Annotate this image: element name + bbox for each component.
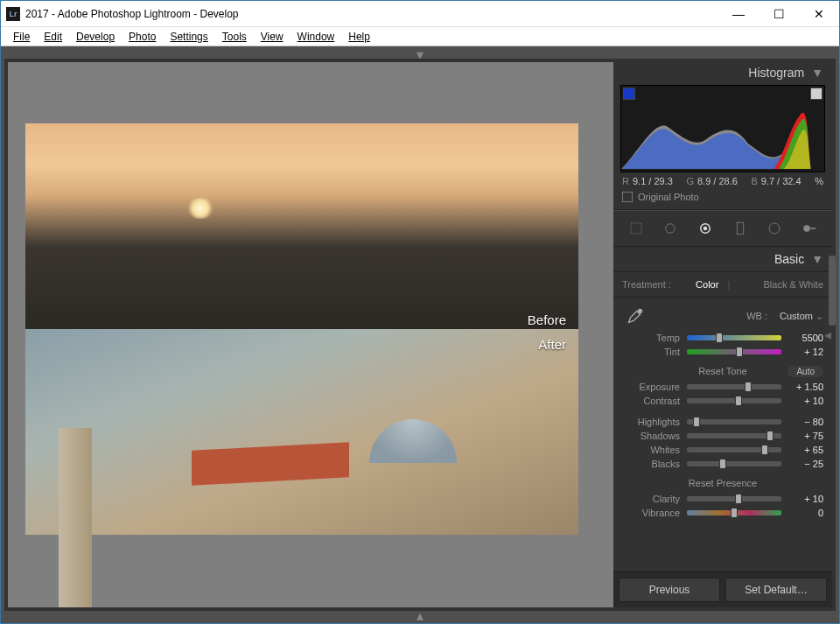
histogram-graph	[621, 102, 824, 169]
clarity-slider[interactable]: Clarity + 10	[613, 492, 832, 506]
roof	[192, 442, 349, 485]
shadow-clip-indicator[interactable]	[623, 88, 635, 100]
svg-point-1	[666, 224, 676, 234]
svg-point-6	[803, 225, 810, 232]
highlight-clip-indicator[interactable]	[810, 88, 822, 100]
develop-panel: Histogram ▼ R9.1 / 29.3 G	[613, 62, 832, 607]
minimize-button[interactable]: —	[718, 1, 759, 27]
building	[59, 428, 92, 607]
menu-edit[interactable]: Edit	[37, 29, 69, 45]
svg-rect-0	[631, 223, 641, 234]
wb-label: WB :	[746, 311, 767, 321]
histogram[interactable]	[620, 85, 825, 172]
histogram-header[interactable]: Histogram ▼	[613, 62, 832, 83]
blacks-slider[interactable]: Blacks − 25	[613, 457, 832, 471]
eyedropper-icon[interactable]	[622, 303, 648, 329]
right-panel-toggle[interactable]: ◂	[823, 59, 832, 611]
window-title: 2017 - Adobe Photoshop Lightroom - Devel…	[25, 8, 718, 20]
svg-point-5	[769, 223, 780, 234]
crop-tool[interactable]	[623, 218, 649, 239]
tool-strip	[613, 210, 832, 247]
titlebar[interactable]: Lr 2017 - Adobe Photoshop Lightroom - De…	[1, 1, 839, 27]
radial-filter-tool[interactable]	[761, 218, 788, 239]
treatment-color[interactable]: Color	[696, 279, 718, 290]
vibrance-slider[interactable]: Vibrance 0	[613, 506, 832, 520]
shadows-slider[interactable]: Shadows + 75	[613, 429, 832, 443]
auto-button[interactable]: Auto	[788, 366, 823, 377]
maximize-button[interactable]: ☐	[759, 1, 799, 27]
menu-view[interactable]: View	[254, 29, 290, 45]
treatment-label: Treatment :	[622, 279, 671, 290]
menu-file[interactable]: File	[6, 29, 37, 45]
svg-point-8	[638, 309, 643, 314]
menu-settings[interactable]: Settings	[163, 29, 214, 45]
set-default-button[interactable]: Set Default…	[725, 578, 827, 602]
reset-presence-row[interactable]: Reset Presence	[613, 471, 832, 492]
graduated-filter-tool[interactable]	[727, 218, 753, 239]
original-photo-toggle[interactable]: Original Photo	[613, 188, 832, 210]
slider-thumb[interactable]	[719, 459, 726, 469]
slider-thumb[interactable]	[735, 494, 742, 504]
sun-highlight	[186, 198, 215, 219]
slider-thumb[interactable]	[745, 382, 752, 392]
checkbox-icon[interactable]	[622, 192, 633, 202]
panel-buttons: Previous Set Default…	[613, 571, 832, 607]
slider-thumb[interactable]	[736, 347, 743, 357]
menu-develop[interactable]: Develop	[69, 29, 122, 45]
after-label: After	[538, 337, 566, 352]
adjustment-brush-tool[interactable]	[796, 218, 822, 239]
after-image	[25, 329, 578, 535]
menu-window[interactable]: Window	[290, 29, 342, 45]
bottom-panel-toggle[interactable]: ▴	[4, 611, 836, 620]
menu-help[interactable]: Help	[341, 29, 377, 45]
disclosure-triangle-icon[interactable]: ▼	[811, 252, 823, 266]
basic-header[interactable]: Basic ▼	[613, 247, 832, 272]
slider-thumb[interactable]	[731, 508, 738, 518]
menu-photo[interactable]: Photo	[122, 29, 163, 45]
reset-tone-row: Reset Tone Auto	[613, 359, 832, 380]
reset-tone-label[interactable]: Reset Tone	[698, 366, 746, 376]
slider-thumb[interactable]	[766, 431, 774, 441]
wb-dropdown[interactable]: Custom	[780, 311, 823, 322]
slider-thumb[interactable]	[716, 333, 723, 343]
slider-thumb[interactable]	[735, 396, 742, 406]
rgb-readout: R9.1 / 29.3 G8.9 / 28.6 B9.7 / 32.4 %	[613, 172, 832, 188]
svg-rect-4	[737, 222, 744, 235]
before-image	[25, 123, 578, 329]
redeye-tool[interactable]	[692, 218, 718, 239]
contrast-slider[interactable]: Contrast + 10	[613, 394, 832, 408]
white-balance-row: WB : Custom	[613, 298, 832, 331]
temp-slider[interactable]: Temp 5500	[613, 331, 832, 345]
menubar: File Edit Develop Photo Settings Tools V…	[1, 27, 839, 46]
histogram-title: Histogram	[748, 66, 804, 80]
close-button[interactable]: ✕	[799, 1, 839, 27]
dome	[369, 419, 457, 463]
spot-removal-tool[interactable]	[657, 218, 683, 239]
before-label: Before	[528, 312, 566, 327]
highlights-slider[interactable]: Highlights − 80	[613, 415, 832, 429]
treatment-bw[interactable]: Black & White	[764, 279, 823, 290]
top-panel-toggle[interactable]: ▾	[4, 50, 836, 59]
whites-slider[interactable]: Whites + 65	[613, 443, 832, 457]
preview-area[interactable]: Before After	[8, 62, 613, 607]
svg-point-3	[704, 227, 708, 231]
slider-thumb[interactable]	[761, 445, 768, 455]
slider-thumb[interactable]	[693, 417, 700, 427]
treatment-row: Treatment : Color | Black & White	[613, 272, 832, 298]
app-icon: Lr	[6, 7, 20, 21]
exposure-slider[interactable]: Exposure + 1.50	[613, 380, 832, 394]
previous-button[interactable]: Previous	[619, 578, 720, 602]
menu-tools[interactable]: Tools	[215, 29, 254, 45]
tint-slider[interactable]: Tint + 12	[613, 345, 832, 359]
before-after-preview[interactable]: Before After	[25, 123, 578, 535]
disclosure-triangle-icon[interactable]: ▼	[811, 66, 823, 80]
